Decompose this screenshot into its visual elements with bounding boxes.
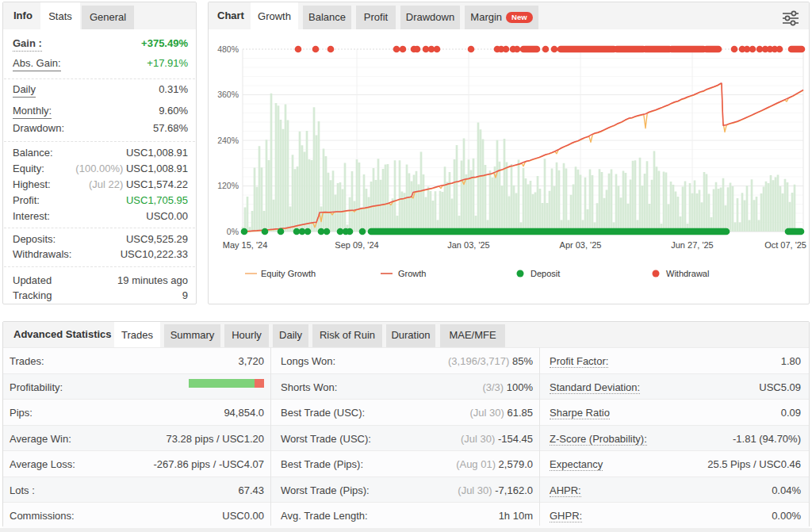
svg-text:120%: 120%: [217, 181, 239, 190]
svg-text:Equity Growth: Equity Growth: [261, 269, 316, 278]
svg-text:Growth: Growth: [398, 269, 426, 278]
svg-text:0%: 0%: [227, 227, 239, 236]
svg-text:Oct 07, '25: Oct 07, '25: [764, 240, 806, 250]
svg-text:240%: 240%: [217, 136, 239, 145]
svg-text:Deposit: Deposit: [530, 269, 560, 278]
svg-text:360%: 360%: [217, 90, 239, 99]
svg-text:Jan 03, '25: Jan 03, '25: [447, 240, 489, 250]
svg-text:Sep 09, '24: Sep 09, '24: [335, 240, 378, 250]
svg-text:May 15, '24: May 15, '24: [223, 240, 268, 250]
svg-text:480%: 480%: [217, 44, 239, 54]
svg-text:Apr 03, '25: Apr 03, '25: [560, 240, 602, 250]
svg-text:Jun 27, '25: Jun 27, '25: [671, 240, 713, 250]
svg-text:Withdrawal: Withdrawal: [666, 269, 709, 278]
